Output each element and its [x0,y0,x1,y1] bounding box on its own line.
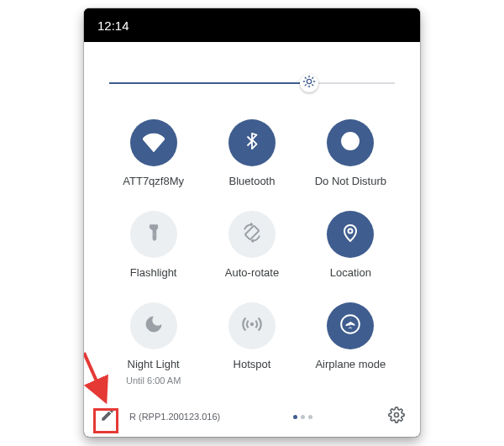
clock: 12:14 [97,18,129,33]
tile-nightlight[interactable]: Night Light Until 6:00 AM [104,302,202,386]
flashlight-icon [144,223,163,246]
tile-autorotate[interactable]: Auto-rotate [202,211,301,279]
tile-wifi[interactable]: ATT7qzf8My [104,119,202,187]
page-dot [301,415,305,419]
panel-footer: R (RPP1.200123.016) [84,401,420,432]
tiles-grid: ATT7qzf8My Bluetooth Do Not Disturb Flas… [104,119,400,386]
wifi-icon [143,130,165,155]
tile-label: Hotspot [234,358,271,370]
svg-line-8 [312,77,313,78]
svg-rect-12 [245,226,260,240]
tile-label: Do Not Disturb [315,175,386,187]
tile-flashlight[interactable]: Flashlight [104,211,202,279]
page-dot [308,415,312,419]
brightness-thumb[interactable] [300,74,318,92]
svg-line-4 [312,85,313,86]
location-icon [340,223,360,246]
bluetooth-icon [243,132,261,154]
dnd-icon [339,130,361,155]
svg-point-0 [307,79,311,83]
tile-sublabel: Until 6:00 AM [126,375,181,386]
svg-point-16 [395,413,399,417]
tile-hotspot[interactable]: Hotspot [202,302,301,386]
brightness-slider[interactable] [109,71,395,96]
edit-button[interactable] [96,405,119,428]
gear-icon [388,407,405,427]
brightness-icon [302,75,316,92]
page-dot [293,415,297,419]
tile-label: Night Light [128,358,180,370]
tile-label: Auto-rotate [225,266,279,279]
tile-airplane[interactable]: Airplane mode [302,302,400,386]
tile-label: Location [330,266,371,279]
tile-dnd[interactable]: Do Not Disturb [302,119,400,187]
pencil-icon [100,407,115,426]
tile-label: ATT7qzf8My [123,175,184,187]
build-text: R (RPP1.200123.016) [129,412,220,422]
nightlight-icon [144,314,164,338]
svg-line-7 [305,85,306,86]
page-indicator [230,415,375,419]
svg-point-13 [349,229,353,233]
tile-bluetooth[interactable]: Bluetooth [202,119,301,187]
status-bar: 12:14 [84,8,420,42]
tile-label: Flashlight [130,266,177,279]
hotspot-icon [241,313,263,338]
settings-button[interactable] [385,405,408,428]
tile-location[interactable]: Location [302,211,400,279]
phone-frame: 12:14 ATT7qzf8My [84,8,420,437]
svg-point-11 [153,233,155,235]
brightness-fill [109,82,309,84]
tile-label: Bluetooth [229,175,276,187]
svg-line-17 [84,353,104,398]
tile-label: Airplane mode [315,358,386,370]
airplane-icon [339,313,361,338]
autorotate-icon [241,222,263,247]
quick-settings-panel: ATT7qzf8My Bluetooth Do Not Disturb Flas… [84,42,420,437]
svg-point-14 [250,323,254,326]
svg-line-3 [305,77,306,78]
